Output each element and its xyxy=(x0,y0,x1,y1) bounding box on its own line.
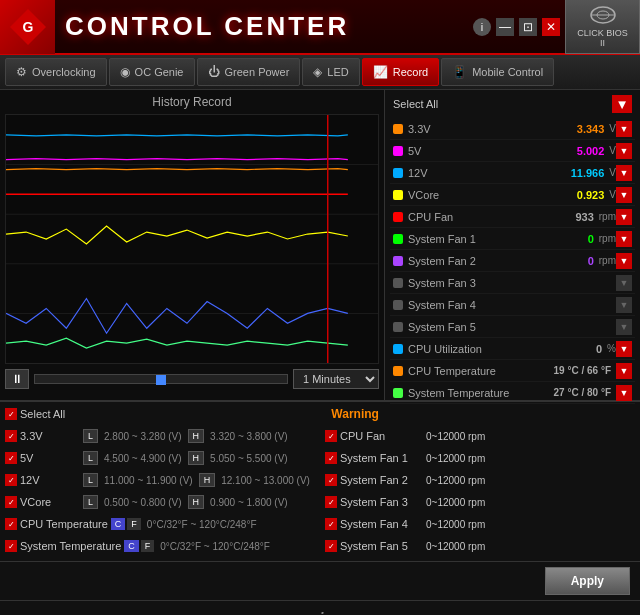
sensor-row-cpu-temp: CPU Temperature 19 °C / 66 °F ▼ xyxy=(390,360,635,382)
sensor-color-12v xyxy=(393,168,403,178)
value-sys-fan3: 0~12000 rpm xyxy=(426,497,485,508)
minimize-button[interactable]: — xyxy=(496,18,514,36)
sys-temp-c-btn[interactable]: C xyxy=(124,540,139,552)
warning-item-vcore: ✓ VCore L 0.500 ~ 0.800 (V) H 0.900 ~ 1.… xyxy=(5,492,315,512)
sensor-dd-sys-temp[interactable]: ▼ xyxy=(616,385,632,401)
check-sys-fan1[interactable]: ✓ xyxy=(325,452,337,464)
badge-12v-high[interactable]: H xyxy=(199,473,216,487)
sensor-dd-sys-fan1[interactable]: ▼ xyxy=(616,231,632,247)
sensor-unit-33v: V xyxy=(609,123,616,134)
badge-33v-low[interactable]: L xyxy=(83,429,98,443)
title-bar: G CONTROL CENTER i — ⊡ ✕ CLICK BIOS II xyxy=(0,0,640,55)
tab-green-power[interactable]: ⏻ Green Power xyxy=(197,58,301,86)
sensor-color-cpu-util xyxy=(393,344,403,354)
sensor-name-sys-fan4: System Fan 4 xyxy=(408,299,546,311)
sensor-dd-sys-fan2[interactable]: ▼ xyxy=(616,253,632,269)
value-sys-fan5: 0~12000 rpm xyxy=(426,541,485,552)
led-icon: ◈ xyxy=(313,65,322,79)
badge-33v-high[interactable]: H xyxy=(188,429,205,443)
warning-header: ✓ Select All Warning xyxy=(5,407,635,421)
sensor-color-cpu-fan xyxy=(393,212,403,222)
warning-panel: ✓ Select All Warning ✓ 3.3V L 2.800 ~ 3.… xyxy=(0,400,640,561)
sensor-row-sys-temp: System Temperature 27 °C / 80 °F ▼ xyxy=(390,382,635,404)
pause-button[interactable]: ⏸ xyxy=(5,369,29,389)
select-all-dropdown[interactable]: ▼ xyxy=(612,95,632,113)
sensor-list: 3.3V 3.343 V ▼ 5V 5.002 V ▼ 12V 11.966 V… xyxy=(390,118,635,404)
sensor-dd-33v[interactable]: ▼ xyxy=(616,121,632,137)
chart-area: History Record xyxy=(0,90,385,400)
warning-grid: ✓ 3.3V L 2.800 ~ 3.280 (V) H 3.320 ~ 3.8… xyxy=(5,426,635,556)
sensor-dd-12v[interactable]: ▼ xyxy=(616,165,632,181)
sys-temp-f-btn[interactable]: F xyxy=(141,540,155,552)
check-vcore[interactable]: ✓ xyxy=(5,496,17,508)
range-vcore-low: 0.500 ~ 0.800 (V) xyxy=(104,497,182,508)
chart-title: History Record xyxy=(5,95,379,109)
sensor-value-cpu-util: 0 xyxy=(537,343,602,355)
tab-mobile-control[interactable]: 📱 Mobile Control xyxy=(441,58,554,86)
click-bios-button[interactable]: CLICK BIOS II xyxy=(565,0,640,54)
close-button[interactable]: ✕ xyxy=(542,18,560,36)
tab-overclocking[interactable]: ⚙ Overclocking xyxy=(5,58,107,86)
sensor-color-sys-fan5 xyxy=(393,322,403,332)
warning-item-sys-temp: ✓ System Temperature C F 0°C/32°F ~ 120°… xyxy=(5,536,315,556)
sensor-dd-cpu-fan[interactable]: ▼ xyxy=(616,209,632,225)
label-33v: 3.3V xyxy=(20,430,80,442)
tab-record[interactable]: 📈 Record xyxy=(362,58,439,86)
check-5v[interactable]: ✓ xyxy=(5,452,17,464)
check-cpu-fan[interactable]: ✓ xyxy=(325,430,337,442)
select-all-text: Select All xyxy=(393,98,438,110)
check-sys-fan3[interactable]: ✓ xyxy=(325,496,337,508)
sensor-name-sys-temp: System Temperature xyxy=(408,387,546,399)
select-all-bar: Select All ▼ xyxy=(390,95,635,113)
progress-bar[interactable] xyxy=(34,374,288,384)
cpu-temp-c-btn[interactable]: C xyxy=(111,518,126,530)
tab-led-label: LED xyxy=(327,66,348,78)
badge-5v-low[interactable]: L xyxy=(83,451,98,465)
sensor-value-sys-temp: 27 °C / 80 °F xyxy=(546,387,611,398)
range-vcore-high: 0.900 ~ 1.800 (V) xyxy=(210,497,288,508)
apply-button[interactable]: Apply xyxy=(545,567,630,595)
sensor-row-sys-fan4: System Fan 4 ▼ xyxy=(390,294,635,316)
check-sys-fan4[interactable]: ✓ xyxy=(325,518,337,530)
sensor-dd-sys-fan5: ▼ xyxy=(616,319,632,335)
badge-vcore-low[interactable]: L xyxy=(83,495,98,509)
sensor-row-cpu-util: CPU Utilization 0 % ▼ xyxy=(390,338,635,360)
cpu-temp-f-btn[interactable]: F xyxy=(127,518,141,530)
warning-item-cpu-temp: ✓ CPU Temperature C F 0°C/32°F ~ 120°C/2… xyxy=(5,514,315,534)
sensor-value-cpu-temp: 19 °C / 66 °F xyxy=(546,365,611,376)
badge-5v-high[interactable]: H xyxy=(188,451,205,465)
sensor-color-33v xyxy=(393,124,403,134)
tab-led[interactable]: ◈ LED xyxy=(302,58,359,86)
check-sys-fan2[interactable]: ✓ xyxy=(325,474,337,486)
value-sys-fan4: 0~12000 rpm xyxy=(426,519,485,530)
sensor-dd-5v[interactable]: ▼ xyxy=(616,143,632,159)
footer: msi xyxy=(0,600,640,615)
sensor-dd-vcore[interactable]: ▼ xyxy=(616,187,632,203)
sensor-dd-cpu-temp[interactable]: ▼ xyxy=(616,363,632,379)
check-sys-temp[interactable]: ✓ xyxy=(5,540,17,552)
record-icon: 📈 xyxy=(373,65,388,79)
sensor-dd-cpu-util[interactable]: ▼ xyxy=(616,341,632,357)
check-cpu-temp[interactable]: ✓ xyxy=(5,518,17,530)
sensor-unit-cpu-util: % xyxy=(607,343,616,354)
maximize-button[interactable]: ⊡ xyxy=(519,18,537,36)
check-sys-fan5[interactable]: ✓ xyxy=(325,540,337,552)
sensor-value-sys-fan1: 0 xyxy=(529,233,594,245)
sensor-color-sys-fan2 xyxy=(393,256,403,266)
tab-oc-genie[interactable]: ◉ OC Genie xyxy=(109,58,195,86)
check-12v[interactable]: ✓ xyxy=(5,474,17,486)
select-all-check[interactable]: ✓ xyxy=(5,408,17,420)
time-range-select[interactable]: 1 Minutes 5 Minutes 15 Minutes xyxy=(293,369,379,389)
warning-item-sys-fan4: ✓ System Fan 4 0~12000 rpm xyxy=(325,514,635,534)
range-cpu-temp: 0°C/32°F ~ 120°C/248°F xyxy=(147,519,257,530)
sensor-name-12v: 12V xyxy=(408,167,539,179)
badge-12v-low[interactable]: L xyxy=(83,473,98,487)
sensor-row-5v: 5V 5.002 V ▼ xyxy=(390,140,635,162)
warning-item-sys-fan2: ✓ System Fan 2 0~12000 rpm xyxy=(325,470,635,490)
range-12v-high: 12.100 ~ 13.000 (V) xyxy=(221,475,310,486)
badge-vcore-high[interactable]: H xyxy=(188,495,205,509)
sensor-color-5v xyxy=(393,146,403,156)
info-button[interactable]: i xyxy=(473,18,491,36)
sensor-color-sys-temp xyxy=(393,388,403,398)
check-33v[interactable]: ✓ xyxy=(5,430,17,442)
